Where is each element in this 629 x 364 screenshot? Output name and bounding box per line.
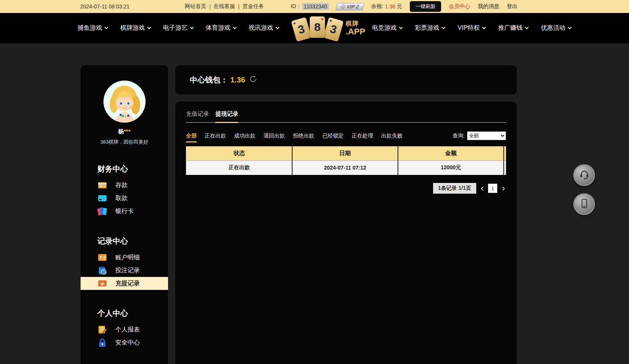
table-header-row: 状态 日期 金额 bbox=[186, 146, 506, 160]
sidebar-item-label: 取款 bbox=[115, 194, 128, 202]
avatar[interactable] bbox=[103, 81, 146, 123]
deposit-card-icon bbox=[97, 180, 107, 190]
logo-digit: 8 bbox=[314, 21, 321, 34]
member-center-link[interactable]: 会员中心 bbox=[449, 3, 470, 10]
filter-locked[interactable]: 已经锁定 bbox=[322, 133, 344, 139]
sidebar-item-label: 银行卡 bbox=[115, 207, 134, 215]
sidebar-item-security-center[interactable]: 安全中心 bbox=[81, 336, 168, 349]
sidebar-item-bet-record[interactable]: 投注记录 bbox=[81, 264, 168, 277]
withdraw-card-icon bbox=[97, 193, 107, 203]
status-filters: 全部 正在出款 成功出款 退回出款 拒绝出款 已经锁定 正在处理 出款失败 查询… bbox=[186, 131, 506, 140]
chevron-down-icon bbox=[190, 26, 194, 29]
cell-status: 正在出款 bbox=[186, 160, 292, 175]
sidebar-item-personal-report[interactable]: 个人报表 bbox=[81, 323, 168, 336]
filter-withdrawing[interactable]: 正在出款 bbox=[205, 133, 226, 139]
sidebar-item-withdraw[interactable]: 取款 bbox=[81, 192, 168, 205]
user-id-value: 11032340 bbox=[302, 3, 328, 10]
nav-item-board-games[interactable]: 棋牌游戏 bbox=[120, 24, 150, 32]
nav-item-esports[interactable]: 电竞游戏 bbox=[372, 24, 402, 32]
nav-label: VIP特权 bbox=[458, 24, 480, 32]
balance-value: 1.36 bbox=[385, 3, 395, 10]
nav-label: 电竞游戏 bbox=[372, 24, 396, 32]
nav-item-sports[interactable]: 体育游戏 bbox=[206, 24, 236, 32]
link-home[interactable]: 网站首页 bbox=[185, 3, 206, 10]
nav-item-vip[interactable]: VIP特权 bbox=[458, 24, 485, 32]
topbar-links: 网站首页 | 在线客服 | 赏金任务 bbox=[185, 3, 264, 10]
chevron-down-icon bbox=[147, 26, 151, 29]
nav-label: 电子游艺 bbox=[163, 24, 188, 32]
clipped-column bbox=[504, 146, 506, 160]
current-page-button[interactable]: 1 bbox=[488, 184, 497, 193]
link-online-service[interactable]: 在线客服 bbox=[214, 3, 235, 10]
filter-rejected[interactable]: 拒绝出款 bbox=[293, 133, 314, 139]
sidebar-item-label: 存款 bbox=[115, 181, 128, 189]
link-bounty-task[interactable]: 赏金任务 bbox=[243, 3, 264, 10]
logo-cards-icon: ♠3 ♥8 ♠3 bbox=[294, 16, 343, 41]
chevron-down-icon bbox=[525, 26, 529, 29]
main-nav: 捕鱼游戏 棋牌游戏 电子游艺 体育游戏 视讯游戏 ♠3 ♥8 ♠3 棋牌 bbox=[0, 13, 629, 43]
logout-link[interactable]: 登出 bbox=[507, 3, 517, 10]
topbar: 2024-07-11 08:03:21 网站首页 | 在线客服 | 赏金任务 I… bbox=[0, 0, 629, 13]
user-id-label: ID： bbox=[291, 3, 301, 10]
user-id: ID： 11032340 bbox=[291, 3, 328, 10]
personal-report-icon bbox=[97, 325, 107, 335]
nav-item-lottery[interactable]: 彩票游戏 bbox=[415, 24, 445, 32]
security-lock-icon bbox=[97, 338, 107, 348]
username-text: 杨 bbox=[118, 128, 124, 134]
prev-page-icon[interactable]: ‹ bbox=[480, 184, 485, 193]
nav-label: 棋牌游戏 bbox=[120, 24, 145, 32]
sidebar-item-bank-card[interactable]: 银行卡 bbox=[81, 205, 168, 218]
username: 杨*** bbox=[81, 128, 168, 135]
nav-item-live-video[interactable]: 视讯游戏 bbox=[249, 24, 279, 32]
filter-success[interactable]: 成功出款 bbox=[234, 133, 255, 139]
filter-processing[interactable]: 正在处理 bbox=[352, 133, 373, 139]
nav-item-fishing[interactable]: 捕鱼游戏 bbox=[78, 24, 108, 32]
nav-item-electronic[interactable]: 电子游艺 bbox=[163, 24, 193, 32]
balance-unit: 元 bbox=[397, 3, 402, 10]
wallet-label: 中心钱包： bbox=[190, 75, 228, 85]
sidebar-item-deposit[interactable]: 存款 bbox=[81, 179, 168, 192]
records-panel: 充值记录 提现记录 全部 正在出款 成功出款 退回出款 拒绝出款 已经锁定 正在… bbox=[175, 102, 517, 364]
filter-returned[interactable]: 退回出款 bbox=[264, 133, 285, 139]
chevron-down-icon bbox=[276, 26, 280, 29]
site-logo[interactable]: ♠3 ♥8 ♠3 棋牌 .APP bbox=[294, 16, 365, 41]
withdraw-records-table: 状态 日期 金额 正在出款 2024-07-11 07:12 12000元 bbox=[186, 146, 506, 175]
sidebar-item-label: 安全中心 bbox=[115, 339, 140, 347]
query-select[interactable]: 全部 bbox=[467, 131, 506, 140]
pagination-summary: 1条记录 1/1页 bbox=[433, 183, 476, 194]
filter-failed[interactable]: 出款失败 bbox=[381, 133, 403, 139]
cell-date: 2024-07-11 07:12 bbox=[292, 160, 398, 175]
next-page-icon[interactable]: › bbox=[501, 184, 506, 193]
nav-label: 彩票游戏 bbox=[415, 24, 439, 32]
nav-label: 捕鱼游戏 bbox=[78, 24, 102, 32]
nav-label: 视讯游戏 bbox=[249, 24, 273, 32]
tab-recharge-records[interactable]: 充值记录 bbox=[186, 110, 209, 122]
table-row: 正在出款 2024-07-11 07:12 12000元 bbox=[186, 160, 506, 175]
logo-digit: 3 bbox=[296, 22, 306, 36]
refresh-icon[interactable] bbox=[249, 75, 257, 85]
filter-all[interactable]: 全部 bbox=[186, 133, 197, 139]
datetime: 2024-07-11 08:03:21 bbox=[80, 3, 129, 10]
wallet-balance-value: 1.36 bbox=[230, 76, 245, 84]
spade-suit-icon: ♠ bbox=[293, 20, 296, 25]
wallet-panel: 中心钱包： 1.36 bbox=[175, 65, 517, 94]
query-label: 查询: bbox=[453, 133, 465, 139]
customer-service-icon bbox=[579, 169, 590, 182]
sidebar-item-account-detail[interactable]: 账户明细 bbox=[81, 251, 168, 264]
nav-item-promotion-earn[interactable]: 推广赚钱 bbox=[498, 24, 528, 32]
sidebar-item-label: 账户明细 bbox=[115, 254, 140, 262]
mobile-app-button[interactable] bbox=[573, 193, 595, 215]
sidebar-item-recharge-withdraw-record[interactable]: 充提记录 bbox=[81, 277, 168, 290]
section-title-records: 记录中心 bbox=[97, 236, 168, 246]
customer-service-button[interactable] bbox=[573, 164, 595, 186]
pagination: 1条记录 1/1页 ‹ 1 › bbox=[186, 183, 506, 194]
one-key-refresh-button[interactable]: 一键刷新 bbox=[410, 1, 441, 12]
bet-record-icon bbox=[97, 265, 107, 275]
nav-item-offers[interactable]: 优惠活动 bbox=[541, 24, 571, 32]
my-messages-link[interactable]: 我的消息 bbox=[478, 3, 499, 10]
tab-withdraw-records[interactable]: 提现记录 bbox=[215, 110, 238, 122]
account-detail-icon bbox=[97, 252, 107, 262]
logo-tagline: 棋牌 bbox=[346, 21, 365, 27]
column-header-date: 日期 bbox=[292, 146, 398, 160]
vip-level-label: VIP 2 bbox=[346, 4, 359, 10]
